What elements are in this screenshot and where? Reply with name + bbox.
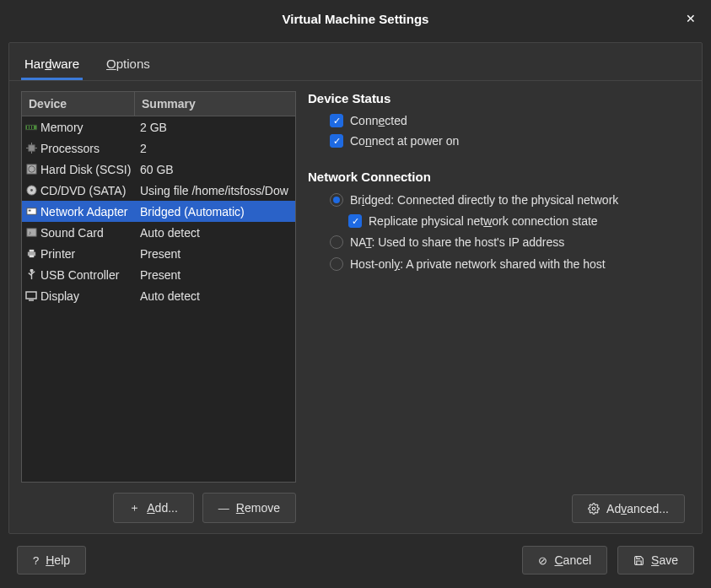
device-name: Display (40, 289, 79, 303)
replicate-label: Replicate physical network connection st… (369, 214, 598, 228)
svg-rect-22 (26, 292, 36, 299)
nat-label: NAT: Used to share the host's IP address (350, 235, 564, 249)
th-summary[interactable]: Summary (135, 92, 295, 116)
device-summary: 2 (135, 142, 295, 155)
replicate-row[interactable]: ✓ Replicate physical network connection … (308, 211, 685, 231)
device-status-title: Device Status (308, 91, 685, 105)
radio-icon (330, 235, 343, 249)
help-icon: ? (33, 554, 39, 567)
advanced-button[interactable]: Advanced... (572, 494, 685, 523)
processor-icon (25, 143, 37, 154)
help-button[interactable]: ? Help (17, 546, 86, 575)
bridged-label: Bridged: Connected directly to the physi… (350, 193, 618, 207)
right-column: Device Status ✓ Connected ✓ Connect at p… (306, 91, 690, 523)
device-summary: Using file /home/itsfoss/Dow (135, 184, 295, 197)
save-button[interactable]: Save (617, 546, 694, 575)
device-table: Device Summary Memory2 GBProcessors2Hard… (21, 91, 296, 483)
cd-icon (25, 185, 37, 197)
add-button[interactable]: ＋ Add... (113, 493, 194, 523)
footer: ? Help ⊘ Cancel Save (0, 542, 711, 588)
cancel-button[interactable]: ⊘ Cancel (522, 546, 607, 575)
sound-icon: ♪ (25, 227, 37, 239)
disk-icon (25, 164, 37, 175)
minus-icon: ― (218, 502, 229, 515)
table-row[interactable]: DisplayAuto detect (22, 285, 295, 306)
checkbox-icon: ✓ (330, 114, 343, 127)
table-header: Device Summary (22, 92, 295, 116)
hostonly-label: Host-only: A private network shared with… (350, 257, 606, 271)
svg-rect-3 (32, 126, 34, 129)
usb-icon (25, 269, 37, 281)
svg-rect-2 (30, 126, 31, 129)
close-icon[interactable]: ✕ (681, 8, 701, 29)
device-name: Processors (40, 142, 100, 155)
device-name: Memory (40, 121, 83, 134)
hostonly-row[interactable]: Host-only: A private network shared with… (308, 253, 685, 275)
memory-icon (25, 121, 37, 133)
left-buttons: ＋ Add... ― Remove (21, 483, 296, 523)
device-summary: 2 GB (135, 121, 295, 134)
table-row[interactable]: Hard Disk (SCSI)60 GB (22, 159, 295, 180)
display-icon (25, 290, 37, 302)
titlebar: Virtual Machine Settings ✕ (0, 0, 711, 37)
svg-rect-13 (26, 208, 35, 214)
network-connection-title: Network Connection (308, 170, 685, 184)
tab-hardware[interactable]: Hardware (21, 51, 83, 80)
device-name: Printer (40, 247, 75, 261)
device-summary: 60 GB (135, 163, 295, 176)
left-column: Device Summary Memory2 GBProcessors2Hard… (21, 91, 296, 523)
device-summary: Present (135, 247, 295, 261)
tab-options[interactable]: Options (103, 51, 154, 80)
table-row[interactable]: CD/DVD (SATA)Using file /home/itsfoss/Do… (22, 180, 295, 201)
connected-row[interactable]: ✓ Connected (308, 111, 685, 131)
tabs: Hardware Options (9, 43, 702, 80)
advanced-row: Advanced... (308, 484, 685, 523)
connect-poweron-label: Connect at power on (350, 134, 459, 148)
window-title: Virtual Machine Settings (283, 12, 429, 26)
content: Device Summary Memory2 GBProcessors2Hard… (9, 81, 702, 533)
bridged-row[interactable]: Bridged: Connected directly to the physi… (308, 189, 685, 211)
svg-point-24 (592, 507, 595, 510)
checkbox-icon: ✓ (348, 214, 362, 228)
radio-icon (330, 193, 343, 207)
device-summary: Bridged (Automatic) (135, 205, 295, 218)
nat-row[interactable]: NAT: Used to share the host's IP address (308, 231, 685, 253)
table-row[interactable]: ♪Sound CardAuto detect (22, 222, 295, 243)
svg-text:♪: ♪ (28, 229, 30, 235)
table-body: Memory2 GBProcessors2Hard Disk (SCSI)60 … (22, 116, 295, 482)
table-row[interactable]: Processors2 (22, 138, 295, 159)
vm-settings-window: Virtual Machine Settings ✕ Hardware Opti… (0, 0, 711, 588)
device-name: USB Controller (40, 268, 119, 282)
device-summary: Auto detect (135, 289, 295, 303)
printer-icon (25, 248, 37, 260)
cancel-icon: ⊘ (538, 554, 547, 567)
table-row[interactable]: Memory2 GB (22, 116, 295, 138)
table-row[interactable]: USB ControllerPresent (22, 264, 295, 285)
device-summary: Present (135, 268, 295, 282)
device-name: Hard Disk (SCSI) (40, 163, 131, 176)
dialog-body: Hardware Options Device Summary Memory2 … (8, 42, 703, 534)
network-icon (25, 206, 37, 218)
connect-poweron-row[interactable]: ✓ Connect at power on (308, 131, 685, 151)
checkbox-icon: ✓ (330, 134, 343, 148)
svg-point-12 (30, 189, 33, 192)
device-name: CD/DVD (SATA) (40, 184, 126, 197)
connected-label: Connected (350, 114, 407, 127)
th-device[interactable]: Device (22, 92, 135, 116)
table-row[interactable]: PrinterPresent (22, 243, 295, 264)
device-name: Network Adapter (40, 205, 128, 218)
device-name: Sound Card (40, 226, 104, 240)
svg-rect-14 (28, 210, 30, 212)
gear-icon (588, 503, 600, 515)
svg-rect-1 (27, 126, 29, 129)
table-row[interactable]: Network AdapterBridged (Automatic) (22, 201, 295, 222)
svg-point-21 (30, 269, 33, 272)
radio-icon (330, 257, 343, 271)
save-icon (633, 555, 644, 566)
svg-rect-19 (29, 255, 34, 257)
svg-rect-18 (29, 250, 34, 252)
svg-rect-4 (28, 145, 34, 151)
device-summary: Auto detect (135, 226, 295, 240)
plus-icon: ＋ (129, 500, 140, 515)
remove-button[interactable]: ― Remove (202, 493, 296, 523)
